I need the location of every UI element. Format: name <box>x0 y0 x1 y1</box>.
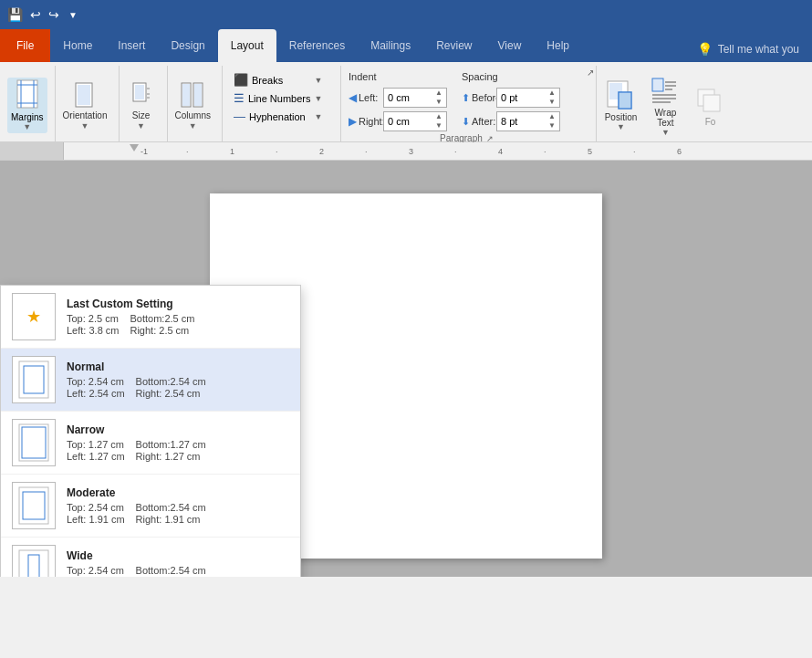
page-thumb-moderate <box>17 486 50 526</box>
indent-left-input[interactable]: 0 cm ▲ ▼ <box>383 88 447 108</box>
save-icon[interactable]: 💾 <box>7 7 23 22</box>
wrap-text-button[interactable]: Wrap Text ▼ <box>645 73 686 139</box>
left-val-moderate: Left: 1.91 cm <box>67 514 125 525</box>
lightbulb-icon: 💡 <box>697 42 713 57</box>
margins-icon <box>15 79 40 110</box>
indent-right-up[interactable]: ▲ <box>435 112 442 121</box>
spacing-before-input[interactable]: 0 pt ▲ ▼ <box>496 88 560 108</box>
spacing-before-spinner[interactable]: ▲ ▼ <box>548 89 556 107</box>
right-val-custom: Right: 2.5 cm <box>130 325 194 336</box>
ribbon-tabs: File Home Insert Design Layout Reference… <box>0 29 812 62</box>
size-content: Size ▼ <box>123 69 160 141</box>
breaks-button[interactable]: ⬛ Breaks ▼ <box>230 71 326 89</box>
margin-item-last-custom[interactable]: ★ Last Custom Setting Top: 2.5 cm Left: … <box>1 286 300 349</box>
indent-right-spinner[interactable]: ▲ ▼ <box>435 112 442 131</box>
ruler-tick-1: 1 <box>230 147 234 156</box>
orientation-button[interactable]: Orientation ▼ <box>59 79 111 132</box>
hyphenation-button[interactable]: — Hyphenation ▼ <box>230 108 326 125</box>
hyphenation-label: Hyphenation <box>249 111 306 122</box>
tab-insert[interactable]: Insert <box>105 29 158 62</box>
ribbon-group-orientation: Orientation ▼ <box>56 66 120 141</box>
undo-icon[interactable]: ↩ <box>30 7 41 22</box>
ruler-tick-4: · <box>365 147 368 156</box>
tab-review[interactable]: Review <box>423 29 484 62</box>
tab-references[interactable]: References <box>276 29 358 62</box>
tab-help[interactable]: Help <box>534 29 582 62</box>
spacing-after-label: ⬇ After: <box>462 116 493 128</box>
tab-view[interactable]: View <box>485 29 535 62</box>
tell-me-bar[interactable]: 💡 Tell me what you <box>684 37 812 62</box>
margin-item-wide[interactable]: Wide Top: 2.54 cm Left: 5.08 cm Bottom:2… <box>1 538 300 577</box>
margin-col-left: Top: 2.5 cm Left: 3.8 cm <box>67 313 119 336</box>
ruler: -1 · 1 · 2 · 3 · 4 · 5 · 6 <box>0 142 812 161</box>
indent-right-down[interactable]: ▼ <box>435 121 442 131</box>
ribbon: Margins ▼ Orientation ▼ <box>0 62 812 142</box>
columns-button[interactable]: Columns ▼ <box>172 79 214 132</box>
spacing-after-spinner[interactable]: ▲ ▼ <box>548 112 556 131</box>
ruler-right-part: -1 · 1 · 2 · 3 · 4 · 5 · 6 <box>64 142 812 160</box>
more-icon[interactable]: ▼ <box>68 10 78 20</box>
size-button[interactable]: Size ▼ <box>123 79 160 132</box>
indent-left-down[interactable]: ▼ <box>435 98 442 107</box>
spacing-before-down[interactable]: ▼ <box>548 98 556 107</box>
spacing-after-down[interactable]: ▼ <box>548 121 556 131</box>
spacing-before-up[interactable]: ▲ <box>548 89 556 98</box>
top-val-custom: Top: 2.5 cm <box>67 313 119 324</box>
ruler-tick-10: · <box>633 147 636 156</box>
indent-right-input[interactable]: 0 cm ▲ ▼ <box>383 111 447 131</box>
ruler-ticks: -1 · 1 · 2 · 3 · 4 · 5 · 6 <box>68 142 812 158</box>
paragraph-dialog-launcher[interactable]: ↗ <box>486 134 494 143</box>
orientation-icon <box>73 81 97 110</box>
spacing-before-value: 0 pt <box>501 92 548 103</box>
indent-left-value: 0 cm <box>388 92 435 103</box>
ribbon-group-paragraph: Indent ◀ Left: 0 cm ▲ ▼ <box>341 66 597 141</box>
left-val-narrow: Left: 1.27 cm <box>67 451 125 462</box>
margin-item-narrow[interactable]: Narrow Top: 1.27 cm Left: 1.27 cm Bottom… <box>1 412 300 475</box>
tab-home[interactable]: Home <box>50 29 105 62</box>
bottom-val-custom: Bottom:2.5 cm <box>130 313 194 324</box>
ruler-triangle <box>130 144 139 151</box>
spacing-title: Spacing <box>462 71 560 82</box>
ruler-tick-3: 2 <box>319 147 324 156</box>
margin-title-moderate: Moderate <box>67 486 289 499</box>
ruler-tick-6: · <box>454 147 457 156</box>
top-val-moderate: Top: 2.54 cm <box>67 502 125 513</box>
forward-button[interactable]: Fo <box>690 82 731 129</box>
spacing-before-label: ⬆ Before: <box>462 92 493 104</box>
position-button[interactable]: Position ▼ <box>600 78 641 133</box>
spacing-after-up[interactable]: ▲ <box>548 112 556 121</box>
ruler-tick-8: · <box>544 147 547 156</box>
margin-col-normal-left: Top: 2.54 cm Left: 2.54 cm <box>67 376 125 399</box>
title-bar: 💾 ↩ ↪ ▼ <box>0 0 812 29</box>
margins-content: Margins ▼ <box>7 69 47 141</box>
tab-mailings[interactable]: Mailings <box>358 29 423 62</box>
svg-rect-15 <box>194 84 202 106</box>
indent-column: Indent ◀ Left: 0 cm ▲ ▼ <box>349 71 447 131</box>
ruler-tick-2: · <box>276 147 278 156</box>
indent-right-label: ▶ Right: <box>349 115 380 128</box>
ruler-tick-0: · <box>186 147 189 156</box>
tab-layout[interactable]: Layout <box>218 29 276 62</box>
position-caret: ▼ <box>617 122 625 131</box>
spacing-after-input[interactable]: 8 pt ▲ ▼ <box>496 111 560 131</box>
margin-info-moderate: Moderate Top: 2.54 cm Left: 1.91 cm Bott… <box>67 486 289 525</box>
columns-label: Columns <box>175 110 211 121</box>
tell-me-text: Tell me what you <box>718 43 799 56</box>
line-numbers-button[interactable]: ☰ Line Numbers ▼ <box>230 89 326 107</box>
indent-left-up[interactable]: ▲ <box>435 89 442 98</box>
svg-rect-13 <box>182 84 190 106</box>
columns-content: Columns ▼ <box>172 69 214 141</box>
margin-item-normal[interactable]: Normal Top: 2.54 cm Left: 2.54 cm Bottom… <box>1 349 300 412</box>
tab-design[interactable]: Design <box>158 29 217 62</box>
tab-file[interactable]: File <box>0 29 50 62</box>
spacing-column: Spacing ⬆ Before: 0 pt ▲ ▼ <box>462 71 560 131</box>
svg-rect-33 <box>19 487 48 524</box>
redo-icon[interactable]: ↪ <box>48 7 59 22</box>
margin-title-narrow: Narrow <box>67 423 289 436</box>
margin-icon-wide <box>12 545 56 577</box>
paragraph-expand-icon[interactable]: ↗ <box>587 68 594 78</box>
margin-item-moderate[interactable]: Moderate Top: 2.54 cm Left: 1.91 cm Bott… <box>1 475 300 538</box>
indent-left-spinner[interactable]: ▲ ▼ <box>435 89 442 107</box>
orientation-caret: ▼ <box>81 121 89 131</box>
margins-button[interactable]: Margins ▼ <box>7 78 47 133</box>
